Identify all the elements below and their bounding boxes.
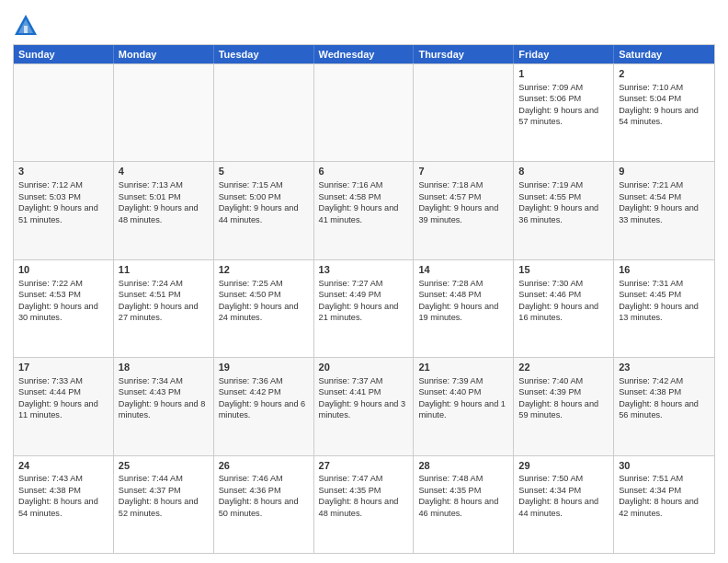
- calendar-cell: 14Sunrise: 7:28 AM Sunset: 4:48 PM Dayli…: [414, 260, 514, 357]
- calendar-cell: 30Sunrise: 7:51 AM Sunset: 4:34 PM Dayli…: [614, 456, 714, 553]
- day-info: Sunrise: 7:46 AM Sunset: 4:36 PM Dayligh…: [219, 473, 309, 519]
- day-number: 30: [619, 459, 710, 473]
- day-info: Sunrise: 7:21 AM Sunset: 4:54 PM Dayligh…: [619, 179, 710, 225]
- header-day-thursday: Thursday: [414, 45, 514, 63]
- day-info: Sunrise: 7:27 AM Sunset: 4:49 PM Dayligh…: [319, 278, 409, 324]
- header: [13, 9, 715, 39]
- day-number: 22: [518, 361, 609, 374]
- calendar-cell: 17Sunrise: 7:33 AM Sunset: 4:44 PM Dayli…: [14, 358, 114, 454]
- day-info: Sunrise: 7:24 AM Sunset: 4:51 PM Dayligh…: [119, 278, 209, 324]
- header-day-tuesday: Tuesday: [214, 45, 314, 63]
- day-number: 7: [418, 165, 508, 178]
- day-number: 4: [119, 165, 209, 178]
- calendar-cell: [314, 64, 415, 161]
- day-info: Sunrise: 7:15 AM Sunset: 5:00 PM Dayligh…: [219, 179, 309, 225]
- day-number: 16: [619, 263, 710, 277]
- calendar-cell: 2Sunrise: 7:10 AM Sunset: 5:04 PM Daylig…: [614, 64, 714, 161]
- day-info: Sunrise: 7:30 AM Sunset: 4:46 PM Dayligh…: [518, 278, 609, 324]
- day-number: 19: [219, 361, 309, 374]
- day-info: Sunrise: 7:31 AM Sunset: 4:45 PM Dayligh…: [619, 278, 710, 324]
- calendar-cell: 20Sunrise: 7:37 AM Sunset: 4:41 PM Dayli…: [314, 358, 415, 454]
- calendar-cell: 28Sunrise: 7:48 AM Sunset: 4:35 PM Dayli…: [414, 456, 514, 553]
- header-day-friday: Friday: [514, 45, 614, 63]
- calendar-cell: 3Sunrise: 7:12 AM Sunset: 5:03 PM Daylig…: [14, 162, 114, 259]
- calendar-cell: 9Sunrise: 7:21 AM Sunset: 4:54 PM Daylig…: [614, 162, 714, 259]
- day-number: 8: [518, 165, 609, 178]
- day-number: 15: [518, 263, 609, 277]
- calendar: SundayMondayTuesdayWednesdayThursdayFrid…: [13, 44, 715, 554]
- day-number: 14: [418, 263, 508, 277]
- day-number: 26: [219, 459, 309, 473]
- day-info: Sunrise: 7:44 AM Sunset: 4:37 PM Dayligh…: [119, 473, 209, 519]
- day-number: 13: [319, 263, 409, 277]
- calendar-row-1: 3Sunrise: 7:12 AM Sunset: 5:03 PM Daylig…: [14, 161, 714, 259]
- calendar-cell: 29Sunrise: 7:50 AM Sunset: 4:34 PM Dayli…: [514, 456, 614, 553]
- calendar-body: 1Sunrise: 7:09 AM Sunset: 5:06 PM Daylig…: [14, 63, 714, 553]
- calendar-cell: 4Sunrise: 7:13 AM Sunset: 5:01 PM Daylig…: [114, 162, 214, 259]
- day-info: Sunrise: 7:33 AM Sunset: 4:44 PM Dayligh…: [18, 375, 108, 421]
- calendar-cell: 15Sunrise: 7:30 AM Sunset: 4:46 PM Dayli…: [514, 260, 614, 357]
- day-number: 18: [119, 361, 209, 374]
- calendar-cell: [114, 64, 214, 161]
- day-info: Sunrise: 7:22 AM Sunset: 4:53 PM Dayligh…: [18, 278, 108, 324]
- day-number: 2: [619, 67, 710, 81]
- page: SundayMondayTuesdayWednesdayThursdayFrid…: [0, 0, 728, 563]
- day-info: Sunrise: 7:10 AM Sunset: 5:04 PM Dayligh…: [619, 82, 710, 128]
- day-number: 20: [319, 361, 409, 374]
- day-info: Sunrise: 7:12 AM Sunset: 5:03 PM Dayligh…: [18, 179, 108, 225]
- day-number: 6: [319, 165, 409, 178]
- calendar-row-2: 10Sunrise: 7:22 AM Sunset: 4:53 PM Dayli…: [14, 259, 714, 357]
- calendar-cell: 16Sunrise: 7:31 AM Sunset: 4:45 PM Dayli…: [614, 260, 714, 357]
- day-info: Sunrise: 7:50 AM Sunset: 4:34 PM Dayligh…: [518, 473, 609, 519]
- day-info: Sunrise: 7:16 AM Sunset: 4:58 PM Dayligh…: [319, 179, 409, 225]
- calendar-cell: 7Sunrise: 7:18 AM Sunset: 4:57 PM Daylig…: [414, 162, 514, 259]
- calendar-row-4: 24Sunrise: 7:43 AM Sunset: 4:38 PM Dayli…: [14, 455, 714, 553]
- day-number: 25: [119, 459, 209, 473]
- day-info: Sunrise: 7:09 AM Sunset: 5:06 PM Dayligh…: [518, 82, 609, 128]
- day-info: Sunrise: 7:25 AM Sunset: 4:50 PM Dayligh…: [219, 278, 309, 324]
- calendar-cell: [14, 64, 114, 161]
- day-info: Sunrise: 7:39 AM Sunset: 4:40 PM Dayligh…: [418, 375, 508, 421]
- calendar-cell: [214, 64, 314, 161]
- day-number: 23: [619, 361, 710, 374]
- calendar-header: SundayMondayTuesdayWednesdayThursdayFrid…: [14, 45, 714, 63]
- calendar-cell: 13Sunrise: 7:27 AM Sunset: 4:49 PM Dayli…: [314, 260, 415, 357]
- calendar-cell: 6Sunrise: 7:16 AM Sunset: 4:58 PM Daylig…: [314, 162, 415, 259]
- day-number: 21: [418, 361, 508, 374]
- calendar-cell: 11Sunrise: 7:24 AM Sunset: 4:51 PM Dayli…: [114, 260, 214, 357]
- day-number: 28: [418, 459, 508, 473]
- calendar-cell: 8Sunrise: 7:19 AM Sunset: 4:55 PM Daylig…: [514, 162, 614, 259]
- calendar-cell: 10Sunrise: 7:22 AM Sunset: 4:53 PM Dayli…: [14, 260, 114, 357]
- day-info: Sunrise: 7:48 AM Sunset: 4:35 PM Dayligh…: [418, 473, 508, 519]
- header-day-sunday: Sunday: [14, 45, 114, 63]
- calendar-cell: 5Sunrise: 7:15 AM Sunset: 5:00 PM Daylig…: [214, 162, 314, 259]
- day-number: 29: [518, 459, 609, 473]
- calendar-row-3: 17Sunrise: 7:33 AM Sunset: 4:44 PM Dayli…: [14, 357, 714, 454]
- calendar-cell: 26Sunrise: 7:46 AM Sunset: 4:36 PM Dayli…: [214, 456, 314, 553]
- calendar-cell: 19Sunrise: 7:36 AM Sunset: 4:42 PM Dayli…: [214, 358, 314, 454]
- day-info: Sunrise: 7:51 AM Sunset: 4:34 PM Dayligh…: [619, 473, 710, 519]
- day-info: Sunrise: 7:47 AM Sunset: 4:35 PM Dayligh…: [319, 473, 409, 519]
- day-number: 3: [18, 165, 108, 178]
- day-info: Sunrise: 7:34 AM Sunset: 4:43 PM Dayligh…: [119, 375, 209, 421]
- calendar-cell: 18Sunrise: 7:34 AM Sunset: 4:43 PM Dayli…: [114, 358, 214, 454]
- calendar-cell: 23Sunrise: 7:42 AM Sunset: 4:38 PM Dayli…: [614, 358, 714, 454]
- day-info: Sunrise: 7:37 AM Sunset: 4:41 PM Dayligh…: [319, 375, 409, 421]
- day-info: Sunrise: 7:36 AM Sunset: 4:42 PM Dayligh…: [219, 375, 309, 421]
- header-day-wednesday: Wednesday: [314, 45, 415, 63]
- calendar-cell: 27Sunrise: 7:47 AM Sunset: 4:35 PM Dayli…: [314, 456, 415, 553]
- calendar-cell: 12Sunrise: 7:25 AM Sunset: 4:50 PM Dayli…: [214, 260, 314, 357]
- day-number: 9: [619, 165, 710, 178]
- calendar-cell: 25Sunrise: 7:44 AM Sunset: 4:37 PM Dayli…: [114, 456, 214, 553]
- day-number: 24: [18, 459, 108, 473]
- calendar-row-0: 1Sunrise: 7:09 AM Sunset: 5:06 PM Daylig…: [14, 63, 714, 161]
- header-day-saturday: Saturday: [614, 45, 714, 63]
- logo: [13, 13, 42, 39]
- day-info: Sunrise: 7:40 AM Sunset: 4:39 PM Dayligh…: [518, 375, 609, 421]
- day-number: 27: [319, 459, 409, 473]
- calendar-cell: [414, 64, 514, 161]
- svg-rect-2: [24, 26, 28, 33]
- day-number: 11: [119, 263, 209, 277]
- day-number: 10: [18, 263, 108, 277]
- day-info: Sunrise: 7:42 AM Sunset: 4:38 PM Dayligh…: [619, 375, 710, 421]
